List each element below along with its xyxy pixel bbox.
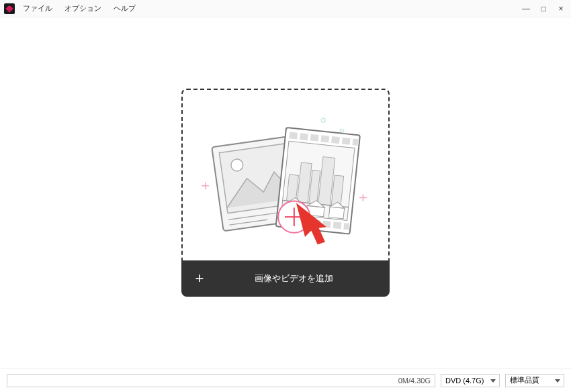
window-controls: — □ × <box>520 3 567 15</box>
statusbar: 0M/4.30G DVD (4.7G) 標準品質 <box>0 368 571 392</box>
disc-type-value: DVD (4.7G) <box>445 377 484 385</box>
main-area: + 画像やビデオを追加 <box>0 17 571 368</box>
menu-file[interactable]: ファイル <box>23 3 52 13</box>
media-illustration-icon <box>189 103 382 251</box>
svg-rect-15 <box>320 135 329 142</box>
plus-icon: + <box>181 270 218 287</box>
quality-select[interactable]: 標準品質 <box>505 374 564 387</box>
menu-bar: ファイル オプション ヘルプ <box>23 3 136 13</box>
app-icon <box>4 3 15 14</box>
svg-rect-17 <box>342 138 351 145</box>
add-media-card: + 画像やビデオを追加 <box>181 89 390 297</box>
svg-rect-25 <box>343 223 349 230</box>
add-media-label: 画像やビデオを追加 <box>218 273 390 285</box>
add-media-button[interactable]: + 画像やビデオを追加 <box>181 260 390 297</box>
svg-rect-14 <box>310 134 319 142</box>
svg-point-4 <box>321 118 325 122</box>
dropzone[interactable] <box>181 89 390 260</box>
svg-rect-16 <box>331 136 340 144</box>
close-button[interactable]: × <box>555 3 567 15</box>
titlebar: ファイル オプション ヘルプ — □ × <box>0 0 571 17</box>
size-progress: 0M/4.30G <box>7 374 435 387</box>
maximize-button[interactable]: □ <box>537 3 550 15</box>
menu-options[interactable]: オプション <box>64 3 101 13</box>
disc-type-select[interactable]: DVD (4.7G) <box>441 374 500 387</box>
svg-rect-13 <box>300 133 308 140</box>
quality-value: 標準品質 <box>510 375 539 385</box>
size-text: 0M/4.30G <box>398 377 431 385</box>
svg-rect-37 <box>328 207 344 219</box>
svg-point-5 <box>340 130 343 133</box>
svg-rect-18 <box>353 138 359 146</box>
minimize-button[interactable]: — <box>520 3 532 15</box>
svg-rect-12 <box>289 132 298 140</box>
menu-help[interactable]: ヘルプ <box>114 3 136 13</box>
svg-rect-24 <box>333 222 342 229</box>
